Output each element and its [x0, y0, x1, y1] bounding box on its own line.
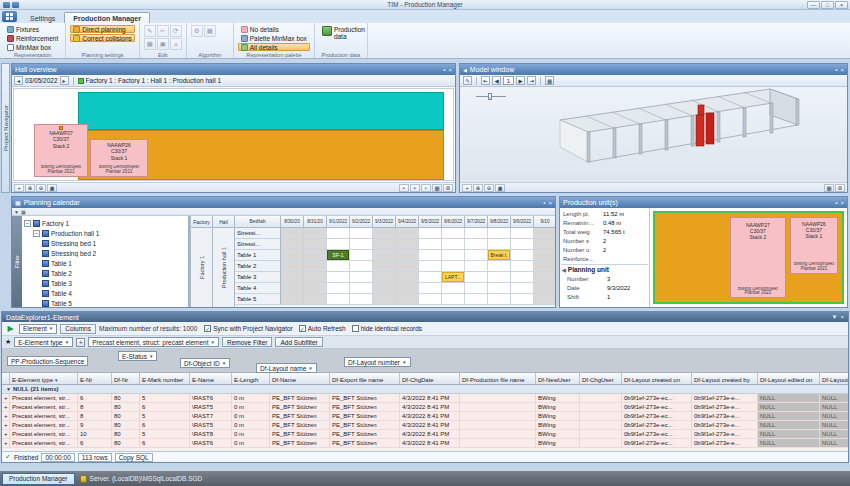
- grid-view-icon[interactable]: ▦: [432, 184, 442, 192]
- planning-calendar-header[interactable]: ▦ Planning calendar ▪ ×: [12, 197, 555, 208]
- schedule-cell[interactable]: [373, 294, 396, 305]
- production-preview[interactable]: NAAWP27 C30/37 Stack 2 BWing Demoprojekt…: [650, 208, 847, 307]
- show-elements-icon[interactable]: ▪: [421, 184, 431, 192]
- column-header[interactable]: Df-Production file name: [460, 373, 536, 384]
- production-sequence-chip[interactable]: PP-Production-Sequence: [7, 356, 88, 366]
- pin-icon[interactable]: ▪: [443, 67, 445, 73]
- schedule-cell[interactable]: [396, 261, 419, 272]
- column-header-date[interactable]: 9/5/2022: [419, 216, 442, 228]
- schedule-cell[interactable]: [442, 261, 465, 272]
- row-expander[interactable]: +: [2, 430, 10, 438]
- dropdown-icon[interactable]: ▼: [832, 314, 838, 320]
- schedule-cell[interactable]: [396, 228, 419, 239]
- palette-minmax-box-button[interactable]: Palette MinMax box: [238, 34, 310, 42]
- stack-block[interactable]: NAAWP27 C30/37 Stack 2 BWing Demoprojekt…: [34, 124, 88, 177]
- schedule-cell[interactable]: [534, 228, 555, 239]
- row-expander[interactable]: +: [2, 439, 10, 447]
- schedule-cell[interactable]: [350, 272, 373, 283]
- schedule-cell[interactable]: [511, 283, 534, 294]
- table-row[interactable]: +Precast element, str...6805\RAST60 mPE_…: [2, 394, 848, 403]
- schedule-cell[interactable]: [488, 272, 511, 283]
- column-header[interactable]: Df-Name: [270, 373, 330, 384]
- column-header-date[interactable]: 9/6/2022: [442, 216, 465, 228]
- show-stacks-icon[interactable]: ▪: [399, 184, 409, 192]
- minimize-button[interactable]: —: [807, 1, 820, 9]
- sequence-chip[interactable]: Df-Layout name▼: [256, 363, 317, 373]
- column-header[interactable]: Hall: [213, 216, 234, 228]
- schedule-cell[interactable]: [281, 261, 304, 272]
- group-row[interactable]: ▼NULL (21 items): [2, 385, 848, 394]
- next-page-icon[interactable]: ▶: [516, 76, 525, 85]
- schedule-cell[interactable]: [419, 250, 442, 261]
- last-page-icon[interactable]: ⇥: [527, 76, 536, 85]
- tree-item[interactable]: −Production hall 1: [22, 228, 188, 238]
- schedule-cell[interactable]: [534, 250, 555, 261]
- schedule-cell[interactable]: [442, 228, 465, 239]
- column-header-date[interactable]: 9/2/2022: [350, 216, 373, 228]
- grid-icon[interactable]: ▦: [21, 209, 26, 215]
- schedule-cell[interactable]: [304, 261, 327, 272]
- schedule-cell[interactable]: [304, 228, 327, 239]
- stack-block[interactable]: NAAWP26 C30/37 Stack 1 BWing Demoprojekt…: [90, 139, 148, 177]
- schedule-cell[interactable]: [350, 294, 373, 305]
- column-header-date[interactable]: 9/10: [534, 216, 555, 228]
- schedule-cell[interactable]: [419, 228, 442, 239]
- schedule-cell[interactable]: [327, 228, 350, 239]
- schedule-cell[interactable]: [488, 261, 511, 272]
- schedule-cell[interactable]: [304, 294, 327, 305]
- column-header[interactable]: Df-Layout e...: [820, 373, 848, 384]
- schedule-cell[interactable]: [488, 294, 511, 305]
- column-header[interactable]: E-Element type▼: [10, 373, 78, 384]
- schedule-cell[interactable]: [281, 239, 304, 250]
- schedule-cell[interactable]: [396, 250, 419, 261]
- schedule-cell[interactable]: [327, 294, 350, 305]
- column-header[interactable]: E-Length: [232, 373, 270, 384]
- table-row[interactable]: +Precast element, str...10805\RAST80 mPE…: [2, 430, 848, 439]
- fixtures-button[interactable]: Fixtures: [4, 25, 61, 33]
- sequence-chip[interactable]: Df-Layout number▼: [344, 357, 411, 367]
- bed-label[interactable]: Table 3: [235, 272, 281, 283]
- schedule-cell[interactable]: [327, 283, 350, 294]
- schedule-cell[interactable]: [373, 228, 396, 239]
- rotate-tool-icon[interactable]: ⟳: [170, 25, 182, 37]
- no-details-button[interactable]: No details: [238, 25, 310, 33]
- schedule-cell[interactable]: [281, 250, 304, 261]
- prev-day-button[interactable]: ◄: [14, 76, 23, 85]
- schedule-cell[interactable]: [350, 283, 373, 294]
- zoom-in-icon[interactable]: ⊕: [473, 184, 483, 192]
- bed-label[interactable]: Stressi...: [235, 228, 281, 239]
- table-row[interactable]: +Precast element, str...8806\RAST50 mPE_…: [2, 403, 848, 412]
- schedule-cell[interactable]: [465, 250, 488, 261]
- schedule-cell[interactable]: [442, 250, 465, 261]
- settings-icon[interactable]: ⚙: [835, 184, 845, 192]
- column-header[interactable]: E-Nr: [78, 373, 112, 384]
- bed-label[interactable]: Table 5: [235, 294, 281, 305]
- schedule-cell[interactable]: [465, 283, 488, 294]
- close-button[interactable]: ×: [835, 1, 848, 9]
- schedule-cell[interactable]: [511, 250, 534, 261]
- stack-block[interactable]: NAAWP27 C30/37 Stack 2 BWing Demoprojekt…: [730, 217, 786, 299]
- query-type-dropdown[interactable]: Element ▼: [19, 324, 57, 334]
- schedule-cell[interactable]: [281, 294, 304, 305]
- direct-planning-button[interactable]: Direct planning: [70, 25, 135, 33]
- row-expander[interactable]: +: [2, 403, 10, 411]
- tree-item[interactable]: Table 1: [22, 258, 188, 268]
- schedule-cell[interactable]: [396, 272, 419, 283]
- tree-expander-icon[interactable]: −: [33, 230, 40, 237]
- schedule-cell[interactable]: Break t.: [488, 250, 511, 261]
- checkbox-icon[interactable]: ✓: [204, 325, 211, 332]
- model-window-header[interactable]: ◀ Model window ▪ ×: [460, 64, 847, 75]
- column-header[interactable]: Bed/tab: [235, 216, 281, 228]
- hall-overview-header[interactable]: Hall overview ▪ ×: [12, 64, 455, 75]
- collapse-icon[interactable]: ◀: [463, 67, 467, 73]
- page-number[interactable]: 1: [503, 76, 514, 85]
- bed-label[interactable]: Table 1: [235, 250, 281, 261]
- first-page-icon[interactable]: ⇤: [481, 76, 490, 85]
- schedule-cell[interactable]: [511, 228, 534, 239]
- column-header[interactable]: E-Mark number: [140, 373, 190, 384]
- columns-button[interactable]: Columns: [60, 324, 96, 334]
- cut-tool-icon[interactable]: ✂: [157, 25, 169, 37]
- zoom-out-icon[interactable]: ⊖: [484, 184, 494, 192]
- schedule-cell[interactable]: [465, 272, 488, 283]
- schedule-cell[interactable]: [419, 283, 442, 294]
